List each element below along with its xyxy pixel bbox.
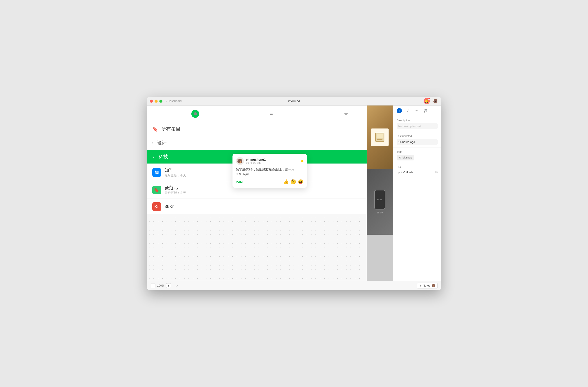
online-indicator bbox=[301, 160, 303, 162]
aifaner-subtitle: 最后更新：今天 bbox=[165, 191, 374, 195]
title-text: informed bbox=[288, 99, 300, 103]
s36kr-feed-row[interactable]: Kr 36Kr 26 bbox=[147, 199, 393, 215]
description-value: No description yet. bbox=[397, 123, 438, 129]
iphone-mockup: iPhone bbox=[374, 190, 385, 209]
minimize-button[interactable] bbox=[155, 100, 158, 103]
all-items-row[interactable]: 🔖 所有条目 499+ bbox=[147, 122, 393, 136]
user-avatar[interactable]: 🐻 bbox=[432, 98, 439, 104]
right-panel: i 🖌 ✏ 💬 Description No description yet. … bbox=[393, 105, 441, 281]
aifaner-icon: 🔖 bbox=[152, 186, 161, 194]
thinking-reaction[interactable]: 🤔 bbox=[291, 179, 296, 184]
zoom-level: 100% bbox=[157, 284, 164, 287]
design-label: 设计 bbox=[157, 140, 380, 146]
manage-tags-button[interactable]: ⚙ Manage bbox=[397, 155, 414, 161]
all-items-label: 所有条目 bbox=[161, 126, 375, 132]
commenter-avatar: 🐻 bbox=[236, 157, 244, 165]
bottom-bar: - 100% + ⤢ + Notes 🐻 bbox=[147, 281, 441, 290]
chevron-right-icon: › bbox=[152, 141, 153, 145]
titlebar-right: 🔔 🐻 bbox=[424, 98, 439, 104]
s36kr-name: 36Kr bbox=[165, 204, 377, 209]
notes-button[interactable]: + Notes 🐻 bbox=[417, 283, 437, 289]
zoom-in-button[interactable]: + bbox=[166, 283, 171, 288]
link-row: zpl.io/12L9d7 ⧉ bbox=[397, 170, 438, 174]
back-label: Dashboard bbox=[168, 99, 182, 103]
expand-icon[interactable]: ⤢ bbox=[175, 284, 178, 287]
notification-avatar[interactable]: 🔔 bbox=[424, 98, 430, 104]
copy-link-icon[interactable]: ⧉ bbox=[435, 170, 438, 174]
close-button[interactable] bbox=[150, 100, 153, 103]
thumbsup-reaction[interactable]: 👍 bbox=[283, 179, 289, 184]
thumbnail-bottom: iPhone 18:30 bbox=[367, 169, 393, 235]
last-updated-value: 14 hours ago bbox=[397, 139, 438, 145]
last-updated-section: Last updated 14 hours ago bbox=[393, 132, 441, 148]
description-label: Description bbox=[397, 119, 438, 122]
chat-panel-icon[interactable]: 💬 bbox=[423, 108, 428, 113]
star-filter-icon[interactable]: ★ bbox=[344, 111, 349, 117]
time-display: 18:30 bbox=[377, 211, 383, 214]
manage-label: Manage bbox=[402, 156, 412, 159]
bookmark-icon: 🔖 bbox=[152, 126, 158, 132]
zoom-out-button[interactable]: - bbox=[151, 283, 155, 288]
notes-label: Notes bbox=[423, 284, 430, 287]
s36kr-info: 36Kr bbox=[165, 204, 377, 209]
back-arrow-icon: ‹ bbox=[166, 99, 167, 103]
last-updated-label: Last updated bbox=[397, 135, 438, 138]
printer-image bbox=[371, 128, 389, 146]
link-section: Link zpl.io/12L9d7 ⧉ bbox=[393, 163, 441, 177]
traffic-lights bbox=[150, 100, 162, 103]
comment-footer: POST 👍 🤔 😝 bbox=[236, 179, 303, 184]
s36kr-icon: Kr bbox=[152, 202, 161, 211]
description-section: Description No description yet. bbox=[393, 116, 441, 132]
comment-time: 16 hours ago bbox=[246, 161, 266, 164]
right-arrow-icon: › bbox=[302, 100, 303, 103]
content-area: ≡ ★ 🔖 所有条目 499+ › 设计 19 ∨ bbox=[147, 105, 441, 281]
svg-rect-2 bbox=[377, 139, 382, 140]
commenter-info: changsheng1 16 hours ago bbox=[246, 158, 266, 164]
app-window: ‹ Dashboard ‹ informed › 🔔 🐻 bbox=[147, 97, 441, 290]
pen-panel-icon[interactable]: ✏ bbox=[414, 108, 420, 113]
comment-popup: 🐻 changsheng1 16 hours ago 数字最多3个，数量超出3位… bbox=[232, 154, 307, 188]
comment-header: 🐻 changsheng1 16 hours ago bbox=[236, 157, 303, 165]
left-arrow-icon: ‹ bbox=[285, 100, 286, 103]
menu-filter-icon[interactable]: ≡ bbox=[270, 111, 273, 117]
tags-label: Tags bbox=[397, 150, 438, 153]
panel-toolbar: i 🖌 ✏ 💬 bbox=[393, 105, 441, 116]
zhihu-icon: 知 bbox=[152, 168, 161, 177]
fullscreen-button[interactable] bbox=[159, 100, 162, 103]
design-section-row[interactable]: › 设计 19 bbox=[147, 136, 393, 150]
grinning-reaction[interactable]: 😝 bbox=[298, 179, 303, 184]
circle-filter-icon[interactable] bbox=[191, 110, 199, 118]
zoom-controls: - 100% + ⤢ bbox=[151, 283, 178, 288]
nav-back-button[interactable]: ‹ Dashboard bbox=[166, 99, 182, 103]
post-button[interactable]: POST bbox=[236, 180, 244, 183]
chevron-down-icon: ∨ bbox=[152, 155, 155, 159]
emoji-reactions: 👍 🤔 😝 bbox=[283, 179, 303, 184]
info-panel-icon[interactable]: i bbox=[397, 108, 402, 113]
link-value: zpl.io/12L9d7 bbox=[397, 170, 414, 174]
plus-icon: + bbox=[420, 284, 421, 288]
notification-dot bbox=[428, 98, 430, 100]
tags-section: Tags ⚙ Manage bbox=[393, 148, 441, 163]
commenter-name: changsheng1 bbox=[246, 158, 266, 161]
gear-icon: ⚙ bbox=[399, 156, 401, 159]
svg-rect-1 bbox=[377, 134, 383, 138]
main-panel: ≡ ★ 🔖 所有条目 499+ › 设计 19 ∨ bbox=[147, 105, 393, 281]
comment-text: 数字最多3个，数量超出3位数以上，统一用999+展示 bbox=[236, 167, 303, 176]
toolbar-row: ≡ ★ bbox=[147, 105, 393, 122]
link-label: Link bbox=[397, 166, 438, 169]
thumbnail-column: iPhone 18:30 bbox=[367, 105, 393, 281]
notes-emoji: 🐻 bbox=[432, 284, 435, 287]
brush-panel-icon[interactable]: 🖌 bbox=[405, 108, 411, 113]
window-title: ‹ informed › bbox=[285, 99, 303, 103]
thumbnail-top bbox=[367, 105, 393, 169]
titlebar: ‹ Dashboard ‹ informed › 🔔 🐻 bbox=[147, 97, 441, 105]
